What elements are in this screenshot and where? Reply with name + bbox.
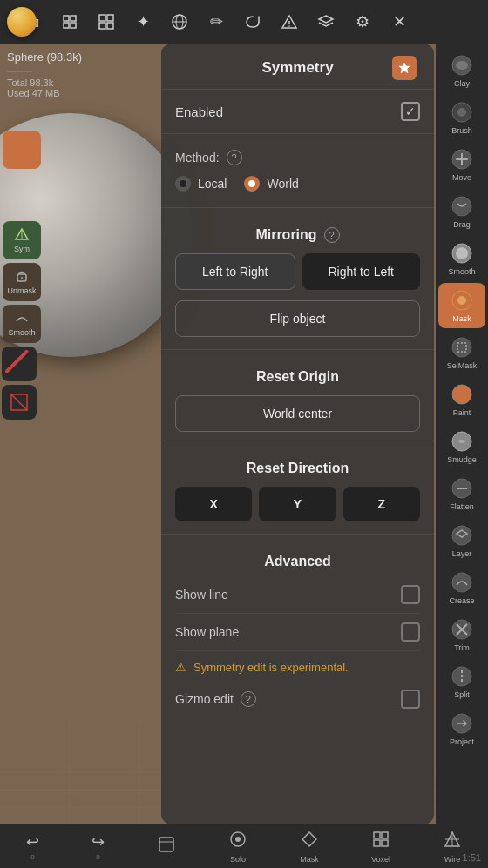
smudge-tool[interactable]: Smudge <box>438 424 485 469</box>
left-sidebar: Sym Unmask Smooth <box>0 48 44 423</box>
z-button[interactable]: Z <box>343 487 420 521</box>
crease-tool[interactable]: Crease <box>438 565 485 610</box>
mask-tool[interactable]: Mask <box>438 283 485 328</box>
flip-btn-row: Flip object <box>175 293 420 340</box>
more-icon[interactable]: ✕ <box>383 6 415 37</box>
right-sidebar: Clay Brush Move Drag Smooth Mask <box>436 44 488 824</box>
y-button[interactable]: Y <box>259 487 336 521</box>
method-help-icon[interactable]: ? <box>227 150 242 165</box>
undo-button[interactable]: ↩ 0 <box>19 829 46 865</box>
paint-tool[interactable]: Paint <box>438 377 485 422</box>
solo-button[interactable]: Solo <box>221 826 254 867</box>
settings-icon[interactable]: ⚙ <box>347 6 378 37</box>
crease-label: Crease <box>449 596 474 605</box>
left-to-right-button[interactable]: Left to Right <box>175 253 295 290</box>
enabled-checkbox[interactable] <box>401 102 420 121</box>
mask-bottom-icon <box>300 830 319 853</box>
brush-label: Brush <box>451 126 472 135</box>
gizmo-help-icon[interactable]: ? <box>241 691 256 707</box>
reset-direction-title: Reset Direction <box>247 461 349 476</box>
sparkle-icon[interactable]: ✦ <box>127 6 159 37</box>
selmask-icon <box>450 335 474 360</box>
svg-point-46 <box>452 526 471 545</box>
smooth-right-tool[interactable]: Smooth <box>438 236 485 281</box>
world-radio-circle <box>244 176 260 192</box>
show-line-row: Show line <box>175 576 420 614</box>
flip-object-button[interactable]: Flip object <box>175 300 420 337</box>
method-radio-group: Local World <box>175 169 420 198</box>
world-center-button[interactable]: World center <box>175 395 420 432</box>
advanced-title-row: Advanced <box>175 543 420 576</box>
mask-right-icon <box>450 288 474 313</box>
clay-label: Clay <box>454 79 470 88</box>
warning-icon: ⚠ <box>175 660 186 674</box>
show-line-label: Show line <box>175 588 228 602</box>
svg-rect-0 <box>64 16 69 21</box>
pin-button[interactable] <box>392 56 417 80</box>
x-button[interactable]: X <box>175 487 252 521</box>
unmask-tool[interactable]: Unmask <box>3 263 41 301</box>
undo-count: 0 <box>30 853 34 861</box>
redo-count: 0 <box>96 853 99 861</box>
brush-tool[interactable]: Brush <box>438 95 485 140</box>
warning-toolbar-icon[interactable] <box>274 6 305 37</box>
svg-rect-6 <box>99 23 105 29</box>
pen-icon[interactable]: ✏ <box>200 6 232 37</box>
smooth-label: Smooth <box>8 328 35 337</box>
drag-tool[interactable]: Drag <box>438 189 485 234</box>
color-swatch-primary[interactable] <box>3 131 41 169</box>
brush-icon <box>450 100 474 124</box>
move-tool[interactable]: Move <box>438 142 485 187</box>
enabled-label: Enabled <box>175 104 223 119</box>
layers-icon[interactable] <box>310 6 342 37</box>
local-radio[interactable]: Local <box>175 176 227 192</box>
svg-point-58 <box>235 837 241 842</box>
svg-rect-62 <box>374 840 380 846</box>
svg-line-29 <box>11 394 27 410</box>
reset-origin-title: Reset Origin <box>256 369 339 385</box>
svg-rect-4 <box>99 15 105 21</box>
world-radio[interactable]: World <box>244 176 298 192</box>
globe-icon[interactable] <box>164 6 195 37</box>
method-label: Method: <box>175 151 220 165</box>
enabled-row: Enabled <box>175 98 420 124</box>
layer-tool[interactable]: Layer <box>438 518 485 563</box>
lasso-icon[interactable] <box>237 6 268 37</box>
project-tool[interactable]: Project <box>438 706 485 751</box>
svg-rect-3 <box>71 23 76 28</box>
flatten-tool[interactable]: Flatten <box>438 471 485 516</box>
split-tool[interactable]: Split <box>438 659 485 704</box>
smooth-tool[interactable]: Smooth <box>3 305 41 343</box>
show-line-checkbox[interactable] <box>401 585 420 604</box>
orange-circle-icon[interactable] <box>7 7 37 37</box>
svg-point-31 <box>456 61 468 70</box>
layer-label: Layer <box>452 549 472 558</box>
gizmo-label-group: Gizmo edit ? <box>175 691 256 707</box>
grid-icon[interactable] <box>91 6 122 37</box>
clay-tool[interactable]: Clay <box>438 48 485 93</box>
mirroring-help-icon[interactable]: ? <box>324 227 340 243</box>
layer-right-icon <box>450 523 474 548</box>
scene-icon <box>157 835 176 858</box>
solo-label: Solo <box>230 855 246 864</box>
scene-button[interactable] <box>150 831 183 862</box>
mask-bottom-button[interactable]: Mask <box>293 826 326 867</box>
gizmo-edit-checkbox[interactable] <box>401 690 420 709</box>
trim-tool[interactable]: Trim <box>438 612 485 657</box>
right-to-left-button[interactable]: Right to Left <box>302 253 421 290</box>
sym-tool[interactable]: Sym <box>3 221 41 259</box>
smooth-right-icon <box>450 241 474 266</box>
time-display: 1:51 <box>463 852 481 863</box>
split-label: Split <box>454 690 470 699</box>
bottom-toolbar: ↩ 0 ↪ 0 Solo Mask Voxel Wire 1:51 <box>0 824 488 868</box>
svg-rect-7 <box>107 23 113 29</box>
show-plane-checkbox[interactable] <box>401 622 420 642</box>
redo-button[interactable]: ↪ 0 <box>85 829 112 865</box>
shapes-icon[interactable] <box>54 6 85 37</box>
reset-origin-section: Reset Origin World center <box>161 349 434 441</box>
voxel-button[interactable]: Voxel <box>364 826 397 867</box>
selmask-tool[interactable]: SelMask <box>438 330 485 375</box>
panel-header: Symmetry <box>161 44 434 89</box>
smudge-label: Smudge <box>447 455 477 464</box>
svg-point-40 <box>452 338 471 357</box>
